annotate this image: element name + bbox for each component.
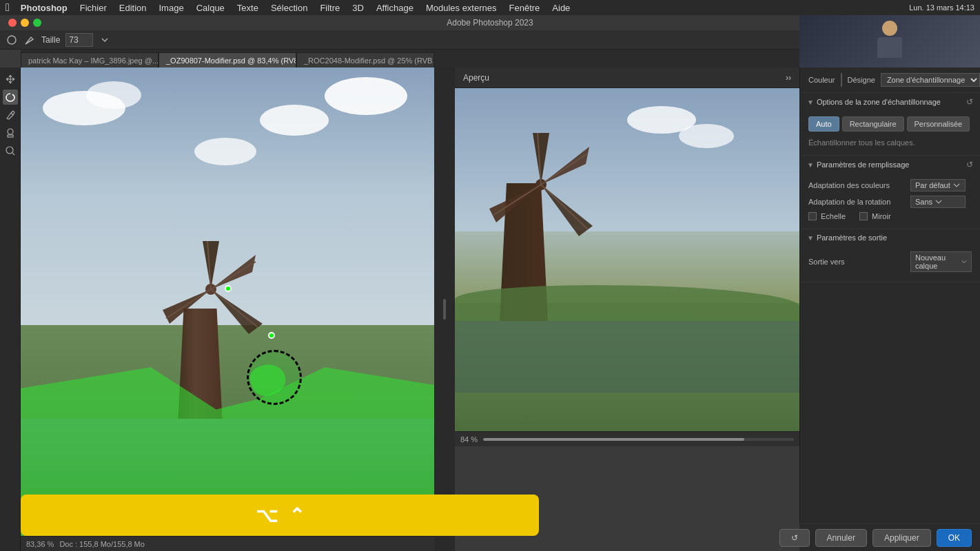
webcam-video — [799, 15, 980, 67]
rotation-adapt-value[interactable]: Sans — [910, 196, 966, 208]
doc-info: Doc : 155,8 Mo/155,8 Mo — [59, 540, 145, 548]
reset-button[interactable]: ↺ — [779, 529, 810, 547]
section-arrow-1: ▼ — [807, 98, 814, 106]
svg-line-21 — [541, 185, 588, 229]
echelle-checkbox-row: Echelle — [808, 212, 846, 220]
windmill-blades — [142, 234, 280, 372]
person-head — [882, 21, 897, 36]
right-panel: Couleur Désigne Zone d'échantillonnage ▼… — [799, 67, 980, 551]
svg-point-3 — [6, 147, 13, 154]
output-params-header[interactable]: ▼ Paramètres de sortie — [800, 229, 980, 246]
color-swatch[interactable] — [841, 73, 842, 87]
menu-filtre[interactable]: Filtre — [314, 3, 345, 13]
reset-fill-icon[interactable]: ↺ — [966, 160, 973, 169]
tool-options-icon — [6, 34, 18, 46]
menu-selection[interactable]: Sélection — [265, 3, 313, 13]
color-adapt-value[interactable]: Par défaut — [910, 179, 966, 191]
tab-img3896[interactable]: patrick Mac Kay – IMG_3896.jpeg @... × — [21, 52, 159, 67]
panel-separator — [434, 67, 455, 551]
menu-image[interactable]: Image — [154, 3, 190, 13]
canvas-status-bar: 83,36 % Doc : 155,8 Mo/155,8 Mo ▷ — [21, 536, 455, 551]
menu-modules[interactable]: Modules externes — [420, 3, 502, 13]
preview-vegetation — [455, 285, 799, 321]
rotation-adapt-row: Adaptation de la rotation Sans — [808, 196, 972, 208]
reset-sampling-icon[interactable]: ↺ — [966, 97, 973, 107]
cloud-4 — [325, 77, 407, 115]
btn-personnalisee[interactable]: Personnalisée — [907, 116, 970, 132]
menu-3d[interactable]: 3D — [347, 3, 369, 13]
cloud-2 — [86, 81, 141, 109]
menu-affichage[interactable]: Affichage — [371, 3, 419, 13]
move-tool[interactable] — [3, 72, 18, 87]
lasso-tool[interactable] — [3, 90, 18, 105]
miroir-checkbox-row: Miroir — [859, 212, 891, 220]
checkboxes-row: Echelle Miroir — [808, 212, 972, 223]
rotation-adapt-text: Sans — [915, 198, 932, 206]
svg-point-1 — [8, 129, 13, 134]
menu-photoshop[interactable]: Photoshop — [15, 3, 73, 13]
cloud-5 — [194, 138, 256, 165]
brush-tool[interactable] — [3, 107, 18, 123]
output-text: Nouveau calque — [915, 253, 959, 270]
output-params-label: Paramètres de sortie — [817, 233, 887, 242]
output-row: Sortie vers Nouveau calque — [808, 251, 972, 272]
apply-button[interactable]: Appliquer — [872, 529, 931, 547]
size-label: Taille — [41, 35, 60, 45]
bottom-bar: ↺ Annuler Appliquer OK — [799, 523, 980, 551]
menu-aide[interactable]: Aide — [547, 3, 575, 13]
btn-auto[interactable]: Auto — [808, 116, 839, 132]
fill-params-header[interactable]: ▼ Paramètres de remplissage ↺ — [800, 156, 980, 174]
preview-water — [455, 321, 799, 393]
percentage-bar: 84 % — [455, 431, 799, 446]
ok-button[interactable]: OK — [937, 529, 972, 547]
canvas-area: 83,36 % Doc : 155,8 Mo/155,8 Mo ▷ — [21, 67, 455, 551]
preview-cloud-2 — [679, 124, 734, 148]
sampling-options-header[interactable]: ▼ Options de la zone d'échantillonnage ↺ — [800, 93, 980, 111]
size-dropdown-icon[interactable] — [99, 34, 111, 46]
preview-label: Aperçu — [463, 73, 489, 83]
webcam-panel — [799, 15, 980, 67]
canvas-background — [21, 67, 455, 536]
btn-rectangulaire[interactable]: Rectangulaire — [842, 116, 904, 132]
window-controls — [8, 19, 41, 27]
cancel-button[interactable]: Annuler — [815, 529, 867, 547]
echelle-checkbox[interactable] — [808, 212, 817, 220]
zoom-tool[interactable] — [3, 143, 18, 158]
shortcut-symbol-1: ⌥ — [256, 504, 278, 527]
apple-menu[interactable]:  — [6, 1, 10, 14]
sampling-options-section: ▼ Options de la zone d'échantillonnage ↺… — [800, 93, 980, 156]
svg-line-13 — [166, 289, 211, 318]
size-input[interactable] — [65, 33, 93, 47]
fill-params-section: ▼ Paramètres de remplissage ↺ Adaptation… — [800, 156, 980, 229]
output-value[interactable]: Nouveau calque — [910, 251, 972, 272]
svg-point-0 — [8, 36, 16, 44]
separator-handle[interactable] — [443, 299, 446, 320]
menu-texte[interactable]: Texte — [232, 3, 264, 13]
tab-oz90807[interactable]: _OZ90807-Modifier.psd @ 83,4% (RV8/16) *… — [159, 52, 296, 67]
menu-clock: Lun. 13 mars 14:13 — [909, 3, 974, 12]
maximize-button[interactable] — [33, 19, 41, 27]
menu-calque[interactable]: Calque — [191, 3, 230, 13]
rotation-adapt-label: Adaptation de la rotation — [808, 198, 905, 206]
menu-fenetre[interactable]: Fenêtre — [504, 3, 546, 13]
miroir-label: Miroir — [872, 212, 891, 220]
stamp-tool[interactable] — [3, 125, 18, 141]
svg-line-4 — [12, 153, 14, 155]
close-button[interactable] — [8, 19, 17, 27]
menu-edition[interactable]: Edition — [114, 3, 152, 13]
tab-label-2: _OZ90807-Modifier.psd @ 83,4% (RV8/16) — [166, 56, 296, 65]
miroir-checkbox[interactable] — [859, 212, 868, 220]
minimize-button[interactable] — [21, 19, 29, 27]
zone-dropdown[interactable]: Zone d'échantillonnage — [881, 73, 980, 87]
tab-roc2048[interactable]: _ROC2048-Modifier.psd @ 25% (RVB... × — [296, 52, 434, 67]
preview-collapse-icon[interactable]: ›› — [786, 73, 791, 83]
tool-bar — [0, 67, 21, 551]
canvas-image[interactable] — [21, 67, 455, 536]
cloud-3 — [260, 105, 329, 136]
menu-fichier[interactable]: Fichier — [74, 3, 112, 13]
section-arrow-3: ▼ — [807, 234, 814, 242]
svg-line-20 — [541, 154, 587, 185]
color-adapt-row: Adaptation des couleurs Par défaut — [808, 179, 972, 191]
fill-params-label: Paramètres de remplissage — [817, 160, 910, 169]
person-silhouette — [872, 21, 907, 62]
